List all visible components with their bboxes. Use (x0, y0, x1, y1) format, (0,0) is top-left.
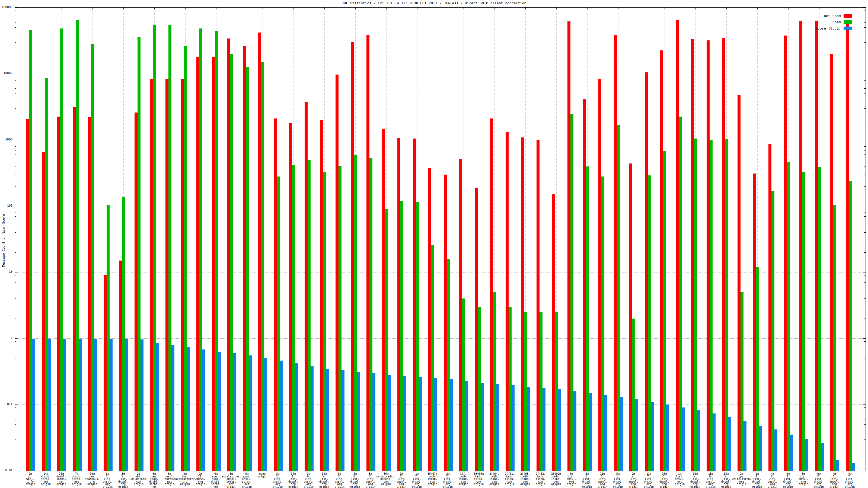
y-minor-tick (15, 341, 16, 341)
y-minor-tick (15, 88, 16, 89)
x-tick (62, 8, 62, 9)
bar-spam (818, 167, 821, 470)
bar-not-spam (598, 78, 601, 470)
bar-spam (679, 117, 682, 470)
bar-spam (308, 160, 311, 470)
bar-spam (91, 44, 94, 470)
y-minor-tick (15, 143, 16, 143)
x-tick (804, 8, 804, 9)
bar-spam (323, 172, 326, 470)
y-minor-tick (864, 80, 866, 80)
y-tick-label: 10000 (0, 72, 12, 75)
bar-spam (493, 292, 496, 470)
bar-not-spam (552, 194, 555, 470)
bar-score (187, 347, 190, 470)
y-minor-tick (864, 160, 866, 160)
bar-score (233, 353, 236, 470)
bar-spam (45, 78, 48, 470)
y-minor-tick (864, 451, 866, 451)
y-minor-tick (864, 166, 866, 166)
bar-score (666, 404, 669, 470)
x-tick (201, 8, 201, 9)
bar-score (480, 383, 484, 470)
y-minor-tick (15, 166, 16, 166)
bar-score (744, 421, 746, 470)
bar-not-spam (227, 38, 230, 470)
bar-not-spam (614, 35, 617, 470)
y-minor-tick (15, 77, 16, 77)
bar-score (682, 408, 685, 470)
y-minor-tick (864, 155, 866, 155)
y-minor-tick (15, 150, 16, 151)
x-tick (247, 8, 247, 9)
x-tick (850, 8, 850, 9)
y-minor-tick (864, 292, 866, 292)
y-minor-tick (15, 108, 16, 109)
bar-not-spam (475, 188, 478, 470)
y-minor-tick (15, 80, 16, 80)
legend-row-spam: Spam (815, 20, 852, 24)
y-minor-tick (864, 186, 866, 187)
bar-not-spam (769, 144, 771, 470)
bar-spam (76, 20, 79, 470)
y-minor-tick (15, 307, 16, 307)
bar-not-spam (42, 152, 45, 470)
y-minor-tick (15, 100, 16, 100)
y-tick-label: 0.1 (0, 402, 12, 406)
y-minor-tick (15, 439, 16, 440)
bar-spam (106, 205, 110, 470)
x-tick (262, 8, 263, 9)
y-minor-tick (15, 174, 16, 175)
bar-score (249, 355, 252, 470)
bar-not-spam (320, 120, 323, 470)
bar-spam (601, 176, 604, 470)
y-major-tick (15, 140, 18, 140)
bar-not-spam (753, 173, 756, 470)
bar-spam (478, 307, 480, 470)
bar-not-spam (134, 112, 137, 470)
y-minor-tick (15, 431, 16, 431)
y-minor-tick (15, 385, 16, 385)
bar-spam (29, 30, 32, 470)
bar-spam (400, 201, 403, 470)
bar-score (821, 443, 824, 470)
bar-spam (539, 312, 542, 470)
y-minor-tick (864, 18, 866, 18)
bar-spam (292, 165, 295, 470)
y-minor-tick (864, 307, 866, 307)
bar-score (512, 385, 515, 470)
bar-spam (277, 176, 280, 470)
bar-spam (802, 172, 805, 470)
bar-score (63, 338, 66, 470)
x-tick (603, 8, 603, 9)
bar-score (465, 381, 468, 470)
x-tick (371, 8, 371, 9)
x-tick (541, 8, 541, 9)
y-minor-tick (15, 94, 16, 94)
bar-score (48, 338, 51, 470)
bar-score (326, 369, 329, 470)
y-minor-tick (864, 216, 866, 217)
x-tick (108, 8, 108, 9)
y-minor-tick (15, 10, 16, 11)
y-minor-tick (864, 341, 866, 341)
bar-not-spam (722, 38, 725, 470)
y-minor-tick (15, 424, 16, 425)
bar-score (125, 339, 128, 470)
bar-not-spam (119, 261, 122, 470)
bar-not-spam (165, 79, 168, 470)
bar-not-spam (490, 119, 493, 470)
bar-spam (122, 197, 125, 470)
y-minor-tick (864, 14, 866, 14)
bar-score (558, 389, 561, 470)
bar-score (357, 372, 360, 470)
legend-label-spam: Spam (833, 20, 841, 24)
bar-spam (462, 298, 465, 470)
x-tick (386, 8, 386, 9)
y-minor-tick (15, 252, 16, 253)
bar-spam (354, 155, 357, 470)
bar-not-spam (645, 72, 648, 470)
y-major-tick (863, 470, 866, 471)
bar-not-spam (243, 46, 246, 470)
y-tick-label: 1 (0, 336, 12, 340)
